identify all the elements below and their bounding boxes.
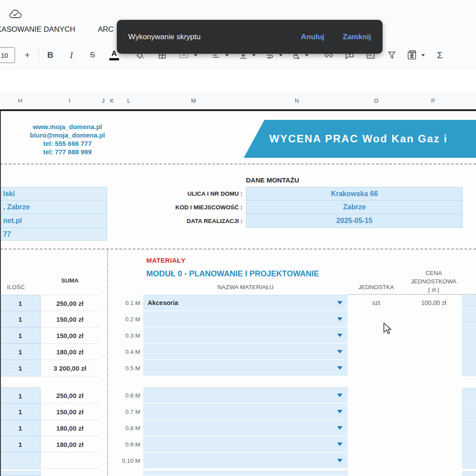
row-label-cell[interactable]: 0.2 M: [108, 311, 140, 327]
qty-cell[interactable]: 1: [0, 344, 41, 360]
row-label-cell[interactable]: 0.3 M: [108, 327, 140, 344]
material-dropdown-cell[interactable]: [143, 387, 348, 404]
vertical-align-caret-icon[interactable]: [252, 54, 256, 56]
column-header-K[interactable]: K: [108, 93, 117, 109]
suma-cell[interactable]: 250,00 zł: [41, 387, 99, 404]
row-label-cell[interactable]: 0.4 M: [108, 344, 140, 360]
toast-close-button[interactable]: Zamknij: [343, 33, 371, 41]
qty-cell[interactable]: [0, 453, 41, 469]
row-label-cell[interactable]: 0.7 M: [108, 404, 140, 420]
row-label-cell[interactable]: 0.8 M: [108, 420, 140, 436]
qty-cell[interactable]: 1: [0, 436, 41, 453]
suma-cell[interactable]: 3 200,00 zł: [41, 360, 99, 376]
cena-cell[interactable]: 100,00 zł: [405, 295, 463, 311]
pivot-table-caret-icon[interactable]: [421, 54, 425, 56]
adjacent-cell[interactable]: [462, 388, 476, 404]
adjacent-cell[interactable]: [462, 295, 476, 311]
material-dropdown-cell[interactable]: [143, 360, 348, 376]
client-name-cell[interactable]: lski: [0, 187, 107, 201]
adjacent-cell[interactable]: [462, 344, 476, 360]
material-dropdown-cell[interactable]: [143, 436, 348, 453]
row-label-cell[interactable]: 0.6 M: [108, 387, 140, 404]
dane-value-ulica[interactable]: Krakowska 66: [246, 187, 463, 201]
text-rotation-caret-icon[interactable]: [305, 54, 309, 56]
suma-cell[interactable]: 180,00 zł: [41, 420, 99, 436]
dropdown-arrow-icon[interactable]: [337, 394, 342, 397]
row-label-cell[interactable]: 0.5 M: [108, 360, 140, 376]
text-wrap-caret-icon[interactable]: [279, 54, 283, 56]
dropdown-arrow-icon[interactable]: [337, 459, 342, 462]
adjacent-cell[interactable]: [462, 453, 476, 469]
adjacent-cell[interactable]: [462, 312, 476, 327]
suma-cell[interactable]: 180,00 zł: [41, 436, 99, 453]
suma-cell[interactable]: [41, 453, 99, 469]
row-label-cell[interactable]: 0.10 M: [108, 453, 140, 469]
dropdown-arrow-icon[interactable]: [337, 410, 342, 413]
client-phone-cell[interactable]: 77: [0, 228, 107, 241]
suma-cell[interactable]: 250,00 zł: [41, 295, 99, 311]
filter-icon[interactable]: [386, 47, 398, 63]
functions-button[interactable]: Σ: [434, 47, 446, 63]
column-header-N[interactable]: N: [246, 93, 348, 109]
client-email-cell[interactable]: net.pl: [0, 214, 107, 228]
adjacent-cell[interactable]: [462, 420, 476, 436]
suma-cell[interactable]: 180,00 zł: [41, 344, 99, 360]
material-dropdown-cell[interactable]: [143, 420, 348, 436]
material-dropdown-cell[interactable]: [143, 453, 348, 469]
adjacent-cell[interactable]: [462, 361, 476, 376]
dropdown-arrow-icon[interactable]: [337, 317, 342, 321]
dropdown-arrow-icon[interactable]: [337, 426, 342, 430]
dropdown-arrow-icon[interactable]: [337, 334, 342, 337]
material-dropdown-cell[interactable]: [143, 311, 348, 327]
increase-font-size-button[interactable]: +: [21, 47, 33, 63]
material-dropdown-cell[interactable]: [143, 404, 348, 420]
dane-value-data[interactable]: 2025-05-15: [246, 214, 463, 228]
column-header-O[interactable]: O: [348, 93, 405, 109]
client-city-cell[interactable]: , Zabrze: [0, 201, 107, 214]
dropdown-arrow-icon[interactable]: [337, 350, 342, 353]
qty-cell[interactable]: 1: [0, 387, 41, 404]
column-header-I[interactable]: I: [41, 93, 99, 109]
toast-cancel-button[interactable]: Anuluj: [301, 33, 324, 41]
pivot-table-icon[interactable]: [405, 47, 419, 63]
material-dropdown-cell[interactable]: [143, 344, 348, 360]
suma-cell[interactable]: 150,00 zł: [41, 327, 99, 344]
dane-value-kod[interactable]: Zabrze: [246, 201, 463, 214]
material-dropdown-cell[interactable]: [143, 327, 348, 344]
sheet-grid[interactable]: www.moja_domena.pl biuro@moja_domena.pl …: [0, 111, 476, 476]
column-header-H[interactable]: H: [0, 93, 41, 109]
bold-button[interactable]: B: [44, 47, 56, 63]
qty-cell[interactable]: 1: [0, 420, 41, 436]
qty-cell[interactable]: 1: [0, 295, 41, 311]
column-header-P[interactable]: P: [405, 93, 462, 109]
contact-info-cell[interactable]: www.moja_domena.pl biuro@moja_domena.pl …: [4, 123, 131, 156]
dropdown-arrow-icon[interactable]: [337, 301, 342, 305]
font-size-input[interactable]: 10: [0, 47, 15, 63]
qty-cell[interactable]: 1: [0, 327, 41, 344]
column-header-M[interactable]: M: [141, 93, 246, 109]
dropdown-arrow-icon[interactable]: [337, 443, 342, 446]
dropdown-arrow-icon[interactable]: [337, 366, 342, 370]
adjacent-cell[interactable]: [462, 404, 476, 420]
column-header-partial[interactable]: [461, 93, 476, 109]
jednostka-cell[interactable]: szt: [348, 295, 405, 311]
adjacent-cell[interactable]: [462, 437, 476, 453]
row-label-cell[interactable]: 0.1 M: [108, 295, 140, 311]
horizontal-align-caret-icon[interactable]: [225, 54, 229, 56]
strikethrough-button[interactable]: S: [86, 47, 99, 63]
adjacent-cell[interactable]: [462, 328, 476, 344]
menu-item-archiwum[interactable]: ARC: [98, 24, 114, 35]
material-dropdown-cell[interactable]: Akcesoria: [143, 295, 348, 311]
suma-cell[interactable]: 150,00 zł: [41, 404, 99, 420]
merge-cells-caret-icon[interactable]: [194, 54, 197, 56]
column-header-J[interactable]: J: [99, 93, 108, 109]
row-label-cell[interactable]: 0.9 M: [108, 436, 140, 453]
adjacent-cell-partial[interactable]: [462, 471, 476, 476]
suma-cell[interactable]: 150,00 zł: [41, 311, 99, 327]
qty-cell[interactable]: 1: [0, 404, 41, 420]
italic-button[interactable]: I: [65, 47, 78, 63]
qty-cell[interactable]: 1: [0, 311, 41, 327]
menu-item-kasowanie-danych[interactable]: KASOWANIE DANYCH: [0, 24, 75, 35]
column-header-L[interactable]: L: [116, 93, 141, 109]
qty-cell-partial[interactable]: [0, 471, 41, 476]
